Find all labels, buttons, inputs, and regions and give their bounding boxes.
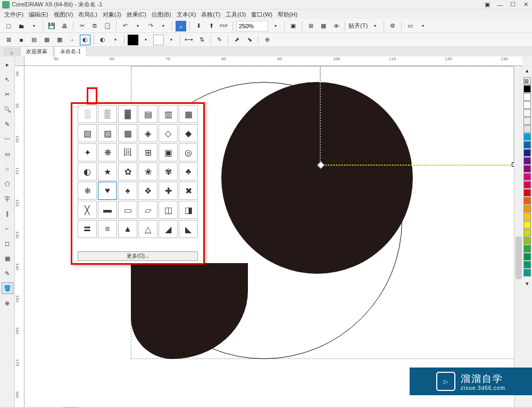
menu-object[interactable]: 对象(J)	[102, 11, 122, 19]
search-button[interactable]: ⌕	[176, 21, 186, 31]
pattern-swatch[interactable]: ▣	[159, 143, 178, 161]
options-button[interactable]: ⚙	[387, 21, 398, 31]
pattern-swatch[interactable]: 〓	[78, 220, 97, 238]
add-button[interactable]: ⊕	[262, 35, 272, 45]
front-color-button[interactable]	[128, 35, 138, 45]
pattern-swatch[interactable]: ▭	[118, 201, 137, 219]
color-swatch[interactable]	[523, 93, 531, 101]
pattern-swatch[interactable]: ❀	[138, 162, 157, 181]
color-swatch[interactable]	[523, 269, 531, 276]
pattern-swatch[interactable]: ✾	[159, 162, 178, 181]
pattern-swatch[interactable]: ◢	[159, 220, 178, 238]
menu-edit[interactable]: 编辑(E)	[28, 11, 49, 19]
pattern-swatch[interactable]: ✦	[78, 143, 97, 161]
ellipse-tool[interactable]: ○	[2, 163, 13, 175]
paste-fill-button[interactable]: ⬊	[244, 35, 255, 45]
save-button[interactable]: 💾	[46, 21, 57, 31]
color-swatch[interactable]	[523, 189, 531, 197]
paste-button[interactable]: 📋	[102, 21, 113, 31]
color-swatch[interactable]: ⊠	[523, 77, 531, 85]
pattern-swatch[interactable]: ▥	[159, 105, 178, 123]
pdf-button[interactable]: PDF	[219, 21, 229, 31]
zoom-input[interactable]	[236, 21, 268, 31]
menu-window[interactable]: 窗口(W)	[250, 11, 273, 19]
close-button[interactable]: ✕	[521, 1, 530, 9]
fill-tile-selection[interactable]	[320, 165, 514, 166]
ruler-button[interactable]: ⊞	[305, 21, 316, 31]
color-swatch[interactable]	[523, 245, 531, 252]
palette-up-icon[interactable]: ▴	[526, 67, 529, 74]
fill-tile-selection[interactable]	[320, 66, 321, 165]
pattern-swatch[interactable]: ♠	[118, 182, 137, 200]
print-button[interactable]: 🖶	[59, 21, 70, 31]
pattern-swatch[interactable]: ◐	[78, 162, 97, 181]
menu-help[interactable]: 帮助(H)	[277, 11, 298, 19]
color-swatch[interactable]	[523, 101, 531, 109]
pattern-swatch[interactable]: ❖	[138, 182, 157, 200]
snap-label[interactable]: 贴齐(T)	[348, 22, 368, 30]
pattern-swatch[interactable]: ✚	[159, 182, 178, 200]
maximize-button[interactable]: ☐	[509, 1, 517, 9]
open-dropdown[interactable]: ▾	[29, 21, 39, 31]
color-swatch[interactable]	[523, 141, 531, 149]
vertical-ruler[interactable]: 80 90 100 110 120 130 140 150 160 170 18…	[15, 66, 24, 407]
polygon-tool[interactable]: ⬠	[2, 178, 13, 190]
copy-fill-button[interactable]: ⬈	[231, 35, 242, 45]
color-swatch[interactable]	[523, 85, 531, 93]
pattern-swatch[interactable]: ❄	[78, 182, 97, 200]
horizontal-ruler[interactable]: 50 60 70 80 90 100 110 120 130	[24, 56, 522, 66]
pattern-swatch[interactable]: ✿	[118, 162, 137, 181]
color-swatch[interactable]	[523, 125, 531, 133]
open-button[interactable]: 🖿	[16, 21, 27, 31]
copy-button[interactable]: ⧉	[89, 21, 100, 31]
pattern-picker-button[interactable]: ◐	[97, 35, 108, 45]
pattern-swatch[interactable]: ◆	[179, 124, 198, 142]
tab-home[interactable]: ⌂	[4, 48, 19, 56]
menu-text[interactable]: 文本(X)	[176, 11, 197, 19]
new-button[interactable]: ▢	[3, 21, 14, 31]
pattern-swatch[interactable]: ◎	[179, 143, 198, 161]
color-swatch[interactable]	[523, 261, 531, 268]
undo-dropdown[interactable]: ▾	[132, 21, 143, 31]
ruler-corner[interactable]	[15, 56, 24, 66]
redo-button[interactable]: ↷	[145, 21, 156, 31]
help-icon[interactable]: ▣	[483, 1, 492, 9]
pattern-swatch[interactable]: ▩	[118, 124, 137, 142]
transparency-tool[interactable]: ▦	[2, 252, 13, 264]
zoom-dropdown[interactable]: ▾	[270, 21, 281, 31]
outline-tool[interactable]: ⊕	[2, 297, 13, 309]
fill-tool[interactable]: 🪣	[2, 282, 13, 294]
scrollbar-thumb[interactable]	[516, 236, 522, 279]
pattern-swatch[interactable]: ≡	[98, 220, 117, 238]
color-swatch[interactable]	[523, 229, 531, 236]
pattern-swatch[interactable]: ◈	[138, 124, 157, 142]
color-swatch[interactable]	[523, 213, 531, 221]
shape-tool[interactable]: ↖	[2, 74, 13, 85]
pattern-picker-dropdown[interactable]: ▾	[110, 35, 121, 45]
cut-button[interactable]: ✂	[77, 21, 87, 31]
pattern-swatch[interactable]: ✖	[179, 182, 198, 200]
pattern-swatch[interactable]: ▬	[98, 201, 117, 219]
color-swatch[interactable]	[523, 205, 531, 213]
pattern-swatch[interactable]: ◣	[179, 220, 198, 238]
menu-view[interactable]: 视图(V)	[53, 11, 74, 19]
pattern-swatch[interactable]: △	[138, 220, 157, 238]
color-swatch[interactable]	[523, 165, 531, 173]
menu-layout[interactable]: 布局(L)	[77, 11, 98, 19]
pattern-swatch[interactable]: ★	[98, 162, 117, 181]
dropshadow-tool[interactable]: ◻	[2, 238, 13, 249]
menu-tools[interactable]: 工具(O)	[225, 11, 247, 19]
menu-bitmap[interactable]: 位图(B)	[151, 11, 172, 19]
pattern-swatch[interactable]: ◇	[159, 124, 178, 142]
pattern-swatch[interactable]: ♣	[179, 162, 198, 181]
zoom-tool[interactable]: 🔍	[2, 103, 13, 115]
pattern-swatch[interactable]: ◫	[159, 201, 178, 219]
pattern-swatch[interactable]: ▨	[98, 124, 117, 142]
front-color-dropdown[interactable]: ▾	[140, 35, 151, 45]
guides-button[interactable]: 👁	[331, 21, 342, 31]
fill-fountain-button[interactable]: ▤	[29, 35, 39, 45]
menu-effects[interactable]: 效果(C)	[126, 11, 147, 19]
fullscreen-button[interactable]: ▣	[288, 21, 298, 31]
pattern-swatch[interactable]: ▤	[138, 105, 157, 123]
fill-twocolor-button[interactable]: ◐	[80, 35, 90, 45]
